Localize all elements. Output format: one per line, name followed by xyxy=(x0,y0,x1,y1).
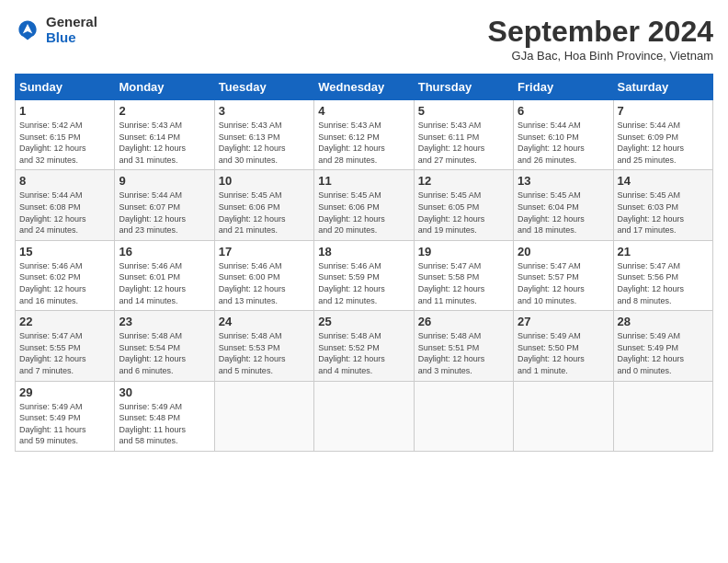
day-info: Sunrise: 5:47 AMSunset: 5:58 PMDaylight:… xyxy=(418,260,509,306)
day-number: 1 xyxy=(19,104,110,118)
week-row: 22Sunrise: 5:47 AMSunset: 5:55 PMDayligh… xyxy=(16,311,713,381)
day-number: 29 xyxy=(19,385,110,399)
header: General Blue September 2024 GJa Bac, Hoa… xyxy=(15,15,713,63)
calendar-cell: 6Sunrise: 5:44 AMSunset: 6:10 PMDaylight… xyxy=(514,100,613,170)
day-info: Sunrise: 5:48 AMSunset: 5:54 PMDaylight:… xyxy=(119,330,210,376)
day-number: 18 xyxy=(318,245,409,259)
calendar-cell: 17Sunrise: 5:46 AMSunset: 6:00 PMDayligh… xyxy=(214,240,313,310)
day-info: Sunrise: 5:44 AMSunset: 6:10 PMDaylight:… xyxy=(518,120,609,166)
logo-general: General xyxy=(46,15,97,30)
day-info: Sunrise: 5:47 AMSunset: 5:57 PMDaylight:… xyxy=(518,260,609,306)
col-monday: Monday xyxy=(115,75,214,100)
day-number: 15 xyxy=(19,245,110,259)
day-number: 11 xyxy=(318,174,409,188)
calendar-cell: 8Sunrise: 5:44 AMSunset: 6:08 PMDaylight… xyxy=(16,170,115,240)
calendar-cell: 22Sunrise: 5:47 AMSunset: 5:55 PMDayligh… xyxy=(16,311,115,381)
day-info: Sunrise: 5:45 AMSunset: 6:03 PMDaylight:… xyxy=(618,190,709,236)
day-number: 12 xyxy=(418,174,509,188)
day-number: 28 xyxy=(618,315,709,328)
logo-text: General Blue xyxy=(46,15,97,45)
day-number: 10 xyxy=(219,174,310,188)
calendar-cell: 24Sunrise: 5:48 AMSunset: 5:53 PMDayligh… xyxy=(214,311,313,381)
calendar-cell: 29Sunrise: 5:49 AMSunset: 5:49 PMDayligh… xyxy=(16,381,115,451)
day-number: 25 xyxy=(318,315,409,328)
week-row: 15Sunrise: 5:46 AMSunset: 6:02 PMDayligh… xyxy=(16,240,713,310)
calendar-cell-1: 1Sunrise: 5:42 AMSunset: 6:15 PMDaylight… xyxy=(16,100,115,170)
week-row: 1Sunrise: 5:42 AMSunset: 6:15 PMDaylight… xyxy=(16,100,713,170)
day-info: Sunrise: 5:49 AMSunset: 5:48 PMDaylight:… xyxy=(119,401,210,447)
day-info: Sunrise: 5:44 AMSunset: 6:08 PMDaylight:… xyxy=(19,190,110,236)
day-number: 19 xyxy=(418,245,509,259)
day-info: Sunrise: 5:46 AMSunset: 6:00 PMDaylight:… xyxy=(219,260,310,306)
day-info: Sunrise: 5:42 AMSunset: 6:15 PMDaylight:… xyxy=(19,120,110,166)
calendar-cell xyxy=(414,381,513,451)
calendar-cell: 11Sunrise: 5:45 AMSunset: 6:06 PMDayligh… xyxy=(314,170,414,240)
calendar-cell: 30Sunrise: 5:49 AMSunset: 5:48 PMDayligh… xyxy=(115,381,214,451)
day-info: Sunrise: 5:44 AMSunset: 6:09 PMDaylight:… xyxy=(618,120,709,166)
day-info: Sunrise: 5:45 AMSunset: 6:04 PMDaylight:… xyxy=(518,190,609,236)
calendar-cell: 4Sunrise: 5:43 AMSunset: 6:12 PMDaylight… xyxy=(314,100,414,170)
day-number: 30 xyxy=(119,385,210,399)
day-number: 9 xyxy=(119,174,210,188)
calendar-cell: 10Sunrise: 5:45 AMSunset: 6:06 PMDayligh… xyxy=(214,170,313,240)
day-info: Sunrise: 5:45 AMSunset: 6:05 PMDaylight:… xyxy=(418,190,509,236)
calendar-table: Sunday Monday Tuesday Wednesday Thursday… xyxy=(15,74,713,452)
calendar-cell xyxy=(514,381,613,451)
day-number: 8 xyxy=(19,174,110,188)
calendar-cell: 15Sunrise: 5:46 AMSunset: 6:02 PMDayligh… xyxy=(16,240,115,310)
logo: General Blue xyxy=(15,15,97,45)
day-number: 20 xyxy=(518,245,609,259)
col-sunday: Sunday xyxy=(16,75,115,100)
day-info: Sunrise: 5:43 AMSunset: 6:12 PMDaylight:… xyxy=(318,120,409,166)
day-info: Sunrise: 5:49 AMSunset: 5:50 PMDaylight:… xyxy=(518,330,609,376)
day-info: Sunrise: 5:46 AMSunset: 5:59 PMDaylight:… xyxy=(318,260,409,306)
calendar-cell xyxy=(214,381,313,451)
day-info: Sunrise: 5:43 AMSunset: 6:13 PMDaylight:… xyxy=(219,120,310,166)
day-number: 23 xyxy=(119,315,210,328)
calendar-cell: 25Sunrise: 5:48 AMSunset: 5:52 PMDayligh… xyxy=(314,311,414,381)
col-tuesday: Tuesday xyxy=(214,75,313,100)
week-row: 29Sunrise: 5:49 AMSunset: 5:49 PMDayligh… xyxy=(16,381,713,451)
header-row: Sunday Monday Tuesday Wednesday Thursday… xyxy=(16,75,713,100)
calendar-cell: 28Sunrise: 5:49 AMSunset: 5:49 PMDayligh… xyxy=(613,311,712,381)
day-number: 6 xyxy=(518,104,609,118)
day-number: 16 xyxy=(119,245,210,259)
day-info: Sunrise: 5:47 AMSunset: 5:56 PMDaylight:… xyxy=(618,260,709,306)
day-info: Sunrise: 5:43 AMSunset: 6:14 PMDaylight:… xyxy=(119,120,210,166)
calendar-cell: 2Sunrise: 5:43 AMSunset: 6:14 PMDaylight… xyxy=(115,100,214,170)
day-number: 21 xyxy=(618,245,709,259)
calendar-cell: 16Sunrise: 5:46 AMSunset: 6:01 PMDayligh… xyxy=(115,240,214,310)
title-area: September 2024 GJa Bac, Hoa Binh Provinc… xyxy=(488,15,713,63)
calendar-cell: 27Sunrise: 5:49 AMSunset: 5:50 PMDayligh… xyxy=(514,311,613,381)
week-row: 8Sunrise: 5:44 AMSunset: 6:08 PMDaylight… xyxy=(16,170,713,240)
day-number: 7 xyxy=(618,104,709,118)
calendar-cell: 13Sunrise: 5:45 AMSunset: 6:04 PMDayligh… xyxy=(514,170,613,240)
calendar-cell: 14Sunrise: 5:45 AMSunset: 6:03 PMDayligh… xyxy=(613,170,712,240)
calendar-cell: 20Sunrise: 5:47 AMSunset: 5:57 PMDayligh… xyxy=(514,240,613,310)
day-info: Sunrise: 5:45 AMSunset: 6:06 PMDaylight:… xyxy=(318,190,409,236)
col-friday: Friday xyxy=(514,75,613,100)
calendar-cell: 26Sunrise: 5:48 AMSunset: 5:51 PMDayligh… xyxy=(414,311,513,381)
day-info: Sunrise: 5:48 AMSunset: 5:53 PMDaylight:… xyxy=(219,330,310,376)
calendar-cell: 12Sunrise: 5:45 AMSunset: 6:05 PMDayligh… xyxy=(414,170,513,240)
calendar-cell: 21Sunrise: 5:47 AMSunset: 5:56 PMDayligh… xyxy=(613,240,712,310)
day-number: 24 xyxy=(219,315,310,328)
day-info: Sunrise: 5:44 AMSunset: 6:07 PMDaylight:… xyxy=(119,190,210,236)
calendar-cell: 5Sunrise: 5:43 AMSunset: 6:11 PMDaylight… xyxy=(414,100,513,170)
day-number: 5 xyxy=(418,104,509,118)
day-info: Sunrise: 5:49 AMSunset: 5:49 PMDaylight:… xyxy=(19,401,110,447)
day-info: Sunrise: 5:46 AMSunset: 6:01 PMDaylight:… xyxy=(119,260,210,306)
day-number: 17 xyxy=(219,245,310,259)
calendar-cell: 23Sunrise: 5:48 AMSunset: 5:54 PMDayligh… xyxy=(115,311,214,381)
subtitle: GJa Bac, Hoa Binh Province, Vietnam xyxy=(488,49,713,63)
day-number: 14 xyxy=(618,174,709,188)
day-info: Sunrise: 5:47 AMSunset: 5:55 PMDaylight:… xyxy=(19,330,110,376)
calendar-cell xyxy=(314,381,414,451)
day-number: 3 xyxy=(219,104,310,118)
calendar-cell: 19Sunrise: 5:47 AMSunset: 5:58 PMDayligh… xyxy=(414,240,513,310)
col-saturday: Saturday xyxy=(613,75,712,100)
day-number: 2 xyxy=(119,104,210,118)
calendar-cell xyxy=(613,381,712,451)
logo-icon xyxy=(15,17,40,43)
day-number: 27 xyxy=(518,315,609,328)
